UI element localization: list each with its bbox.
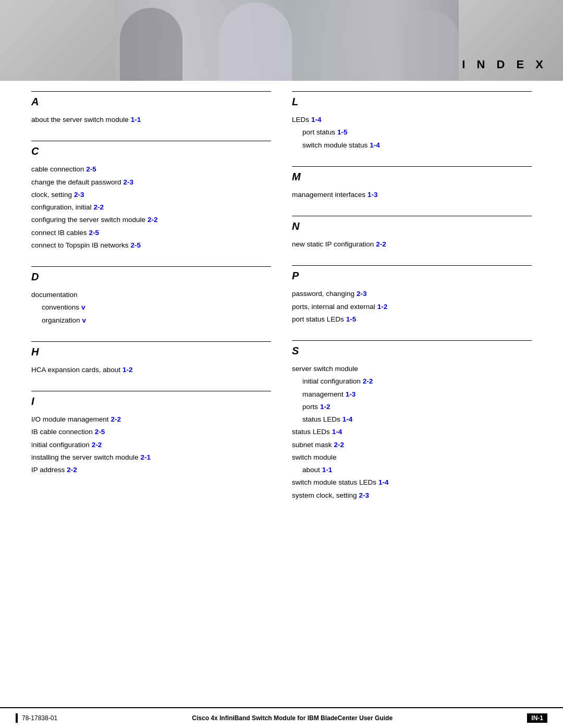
index-entry: status LEDs 1-4 <box>302 414 532 425</box>
section-letter: P <box>292 270 532 282</box>
page-ref: v <box>81 303 85 311</box>
entry-text: server switch module <box>292 365 358 373</box>
index-entry: I/O module management 2-2 <box>31 414 271 425</box>
left-column: Aabout the server switch module 1-1Ccabl… <box>31 91 271 516</box>
index-section-m: Mmanagement interfaces 1-3 <box>292 166 532 200</box>
index-entry: switch module <box>292 452 532 463</box>
index-entry: clock, setting 2-3 <box>31 189 271 200</box>
page-ref: 1-2 <box>377 303 388 311</box>
page-ref: 2-5 <box>131 241 141 249</box>
entry-text: about the server switch module <box>31 116 129 124</box>
entry-text: about <box>302 466 320 474</box>
page-ref: 1-2 <box>123 366 133 374</box>
entry-text: port status <box>302 128 335 136</box>
entry-text: HCA expansion cards, about <box>31 366 120 374</box>
footer-title: Cisco 4x InfiniBand Switch Module for IB… <box>57 714 527 722</box>
section-letter: N <box>292 220 532 232</box>
entry-text: change the default password <box>31 178 121 186</box>
page-ref: 1-1 <box>322 466 333 474</box>
index-section-i: II/O module management 2-2IB cable conne… <box>31 391 271 475</box>
index-entry: LEDs 1-4 <box>292 114 532 125</box>
page-ref: 2-1 <box>140 453 151 461</box>
entry-text: management <box>302 390 344 398</box>
footer-page: IN-1 <box>527 713 547 723</box>
silhouette-mid <box>219 3 292 81</box>
page-ref: 2-3 <box>74 191 84 199</box>
index-entry: HCA expansion cards, about 1-2 <box>31 364 271 375</box>
entry-text: connect IB cables <box>31 229 87 237</box>
page-ref: 2-2 <box>111 415 121 423</box>
index-entry: password, changing 2-3 <box>292 288 532 299</box>
entry-text: subnet mask <box>292 441 332 449</box>
page-ref: 1-3 <box>368 191 378 199</box>
index-entry: change the default password 2-3 <box>31 177 271 188</box>
index-entry: management interfaces 1-3 <box>292 189 532 200</box>
entry-text: initial configuration <box>31 441 90 449</box>
index-entry: documentation <box>31 289 271 300</box>
section-divider <box>31 341 271 342</box>
entry-text: status LEDs <box>302 415 340 423</box>
page-ref: 1-4 <box>311 116 322 124</box>
index-entry: IB cable connection 2-5 <box>31 426 271 437</box>
footer-bar-icon <box>16 713 18 723</box>
footer: 78-17838-01 Cisco 4x InfiniBand Switch M… <box>0 707 563 728</box>
entry-text: port status LEDs <box>292 315 344 323</box>
section-letter: S <box>292 345 532 357</box>
index-entry: management 1-3 <box>302 389 532 400</box>
entry-text: ports <box>302 403 318 411</box>
index-section-l: LLEDs 1-4port status 1-5switch module st… <box>292 91 532 151</box>
index-entry: organization v <box>42 315 271 326</box>
entry-text: status LEDs <box>292 428 330 436</box>
page-ref: 1-4 <box>342 415 353 423</box>
section-letter: C <box>31 145 271 157</box>
page-ref: 1-4 <box>332 428 342 436</box>
section-divider <box>292 265 532 266</box>
index-section-c: Ccable connection 2-5change the default … <box>31 141 271 251</box>
page-ref: 2-3 <box>124 178 134 186</box>
page-ref: 2-5 <box>86 165 96 173</box>
page-ref: 2-2 <box>334 441 344 449</box>
section-divider <box>292 340 532 341</box>
page-ref: 2-5 <box>95 428 105 436</box>
section-divider <box>31 391 271 391</box>
entry-text: ports, internal and external <box>292 303 375 311</box>
entry-text: configuration, initial <box>31 203 92 211</box>
entry-text: switch module status <box>302 141 368 149</box>
silhouette-right <box>401 10 459 81</box>
index-entry: installing the server switch module 2-1 <box>31 452 271 463</box>
index-entry: new static IP configuration 2-2 <box>292 239 532 250</box>
silhouette-left <box>120 8 182 81</box>
entry-text: password, changing <box>292 290 354 298</box>
page-ref: 2-2 <box>92 441 102 449</box>
page-ref: 2-2 <box>363 377 373 385</box>
index-columns: Aabout the server switch module 1-1Ccabl… <box>31 91 532 516</box>
page-ref: 2-2 <box>67 466 77 474</box>
index-entry: conventions v <box>42 302 271 313</box>
page-ref: 1-1 <box>131 116 141 124</box>
entry-text: connect to Topspin IB networks <box>31 241 129 249</box>
entry-text: conventions <box>42 303 79 311</box>
page-ref: 1-4 <box>370 141 380 149</box>
index-entry: system clock, setting 2-3 <box>292 490 532 501</box>
section-divider <box>31 141 271 141</box>
page-ref: 1-5 <box>346 315 357 323</box>
entry-text: LEDs <box>292 116 309 124</box>
entry-text: system clock, setting <box>292 491 357 499</box>
page-ref: 1-4 <box>378 478 389 486</box>
section-divider <box>292 216 532 216</box>
index-entry: ports, internal and external 1-2 <box>292 301 532 312</box>
entry-text: initial configuration <box>302 377 361 385</box>
section-divider <box>292 91 532 92</box>
entry-text: documentation <box>31 291 78 299</box>
page-ref: 1-2 <box>320 403 331 411</box>
index-section-a: Aabout the server switch module 1-1 <box>31 91 271 125</box>
doc-number: 78-17838-01 <box>22 714 57 722</box>
index-section-n: Nnew static IP configuration 2-2 <box>292 216 532 250</box>
page-ref: 2-3 <box>357 290 367 298</box>
index-entry: server switch module <box>292 363 532 374</box>
page-ref: 2-5 <box>89 229 99 237</box>
index-entry: status LEDs 1-4 <box>292 426 532 437</box>
index-section-s: Sserver switch moduleinitial configurati… <box>292 340 532 501</box>
index-entry: IP address 2-2 <box>31 464 271 475</box>
entry-text: management interfaces <box>292 191 365 199</box>
